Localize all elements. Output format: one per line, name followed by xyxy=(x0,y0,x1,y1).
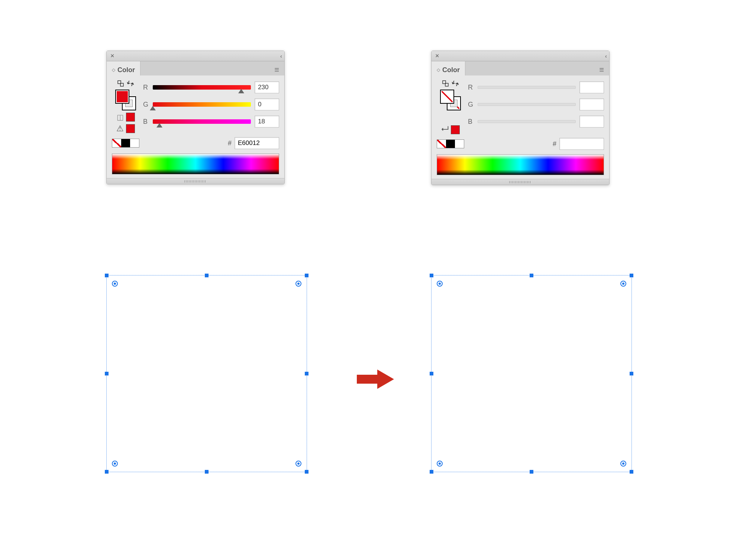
out-of-gamut-swatch[interactable] xyxy=(126,124,135,133)
none-color-icon[interactable] xyxy=(112,139,121,147)
slider-row-r: R xyxy=(468,81,604,93)
fill-swatch-none[interactable] xyxy=(440,90,454,104)
selection-handle[interactable] xyxy=(105,372,109,375)
slider-thumb[interactable] xyxy=(156,123,162,128)
swatch-column: ◫ ⚠ xyxy=(112,80,139,133)
input-g[interactable] xyxy=(579,99,604,110)
selection-handle[interactable] xyxy=(305,372,308,375)
black-swatch[interactable] xyxy=(121,139,130,147)
swap-arrow-icon[interactable] xyxy=(452,80,459,87)
input-b[interactable] xyxy=(579,116,604,128)
panel-resize-grip[interactable] xyxy=(107,178,284,184)
selection-handle[interactable] xyxy=(105,470,109,474)
panel-titlebar[interactable]: × ‹‹ xyxy=(432,51,609,61)
color-spectrum[interactable] xyxy=(112,154,279,174)
white-swatch[interactable] xyxy=(455,140,464,148)
slider-r-disabled xyxy=(478,86,576,89)
panel-menu-icon[interactable]: ≡ xyxy=(594,61,609,75)
selection-handle[interactable] xyxy=(630,372,633,375)
artboard-before[interactable] xyxy=(106,275,307,472)
none-color-icon[interactable] xyxy=(437,140,446,148)
color-swatch-small[interactable] xyxy=(126,113,135,122)
color-spectrum[interactable] xyxy=(437,154,604,175)
close-icon[interactable]: × xyxy=(110,52,114,60)
tab-color[interactable]: ◇ Color xyxy=(432,61,465,75)
selection-handle[interactable] xyxy=(530,274,533,277)
artboard-after[interactable] xyxy=(431,275,632,472)
slider-thumb[interactable] xyxy=(150,106,156,110)
sliders-column: R G B xyxy=(468,80,604,134)
input-b[interactable] xyxy=(255,116,279,128)
swap-fill-stroke-icon[interactable] xyxy=(117,80,125,87)
close-icon[interactable]: × xyxy=(435,52,439,60)
channel-label: G xyxy=(143,101,149,109)
selection-handle[interactable] xyxy=(305,274,308,277)
reference-point-icon[interactable] xyxy=(437,461,443,467)
reference-point-icon[interactable] xyxy=(620,461,626,467)
hex-input[interactable] xyxy=(235,137,279,149)
panel-resize-grip[interactable] xyxy=(432,179,609,185)
channel-label: B xyxy=(143,118,149,126)
reference-point-icon[interactable] xyxy=(112,281,118,287)
svg-marker-4 xyxy=(357,370,394,389)
input-r[interactable] xyxy=(579,81,604,93)
channel-label: R xyxy=(143,84,149,91)
collapse-icon[interactable]: ‹‹ xyxy=(280,53,281,59)
hash-label: # xyxy=(228,139,232,147)
black-swatch[interactable] xyxy=(446,140,455,148)
panel-menu-icon[interactable]: ≡ xyxy=(269,61,284,75)
reference-point-icon[interactable] xyxy=(620,281,626,287)
selection-handle[interactable] xyxy=(630,274,633,277)
selection-handle[interactable] xyxy=(105,274,109,277)
last-color-swatch[interactable] xyxy=(451,125,460,134)
last-color-icon[interactable]: ⮠ xyxy=(441,126,449,134)
transition-arrow-icon xyxy=(357,368,394,392)
slider-row-r: R xyxy=(143,81,279,93)
hex-input[interactable] xyxy=(559,138,604,150)
color-shortcut-strip xyxy=(437,139,464,148)
slider-g-disabled xyxy=(478,103,576,106)
input-r[interactable] xyxy=(255,81,279,93)
slider-g[interactable] xyxy=(153,102,251,107)
reference-point-icon[interactable] xyxy=(295,461,301,467)
tab-color[interactable]: ◇ Color xyxy=(107,61,140,75)
tab-label: Color xyxy=(117,66,135,74)
selection-handle[interactable] xyxy=(430,274,433,277)
panel-titlebar[interactable]: × ‹‹ xyxy=(107,51,284,61)
slider-b-disabled xyxy=(478,120,576,123)
tab-label: Color xyxy=(442,66,460,74)
selection-handle[interactable] xyxy=(305,470,308,474)
color-panel-before: × ‹‹ ◇ Color ≡ xyxy=(106,51,285,184)
slider-r[interactable] xyxy=(153,85,251,90)
swap-arrow-icon[interactable] xyxy=(127,80,134,87)
selection-handle[interactable] xyxy=(630,470,633,474)
reference-point-icon[interactable] xyxy=(295,281,301,287)
selection-handle[interactable] xyxy=(205,470,209,474)
selection-handle[interactable] xyxy=(430,470,433,474)
selection-handle[interactable] xyxy=(530,470,533,474)
white-swatch[interactable] xyxy=(130,139,139,147)
color-panel-after: × ‹‹ ◇ Color ≡ xyxy=(431,51,610,185)
selection-handle[interactable] xyxy=(205,274,209,277)
reference-point-icon[interactable] xyxy=(437,281,443,287)
panel-body: ◫ ⚠ R G xyxy=(107,75,284,178)
hex-row: # xyxy=(112,137,279,149)
hex-row: # xyxy=(437,138,604,150)
tab-grip-icon: ◇ xyxy=(437,67,440,72)
collapse-icon[interactable]: ‹‹ xyxy=(605,53,605,59)
selection-handle[interactable] xyxy=(430,372,433,375)
fill-swatch[interactable] xyxy=(115,90,129,104)
fill-stroke-proxy[interactable] xyxy=(115,90,136,110)
channel-label: B xyxy=(468,118,474,126)
slider-b[interactable] xyxy=(153,119,251,124)
panel-tabs: ◇ Color ≡ xyxy=(107,61,284,75)
slider-thumb[interactable] xyxy=(238,89,244,93)
hash-label: # xyxy=(553,140,556,148)
fill-stroke-proxy[interactable] xyxy=(440,90,461,110)
slider-row-g: G xyxy=(468,99,604,110)
swap-fill-stroke-icon[interactable] xyxy=(442,80,449,87)
warning-icon[interactable]: ⚠ xyxy=(116,124,124,133)
input-g[interactable] xyxy=(255,99,279,110)
reference-point-icon[interactable] xyxy=(112,461,118,467)
cube-icon[interactable]: ◫ xyxy=(117,113,124,122)
